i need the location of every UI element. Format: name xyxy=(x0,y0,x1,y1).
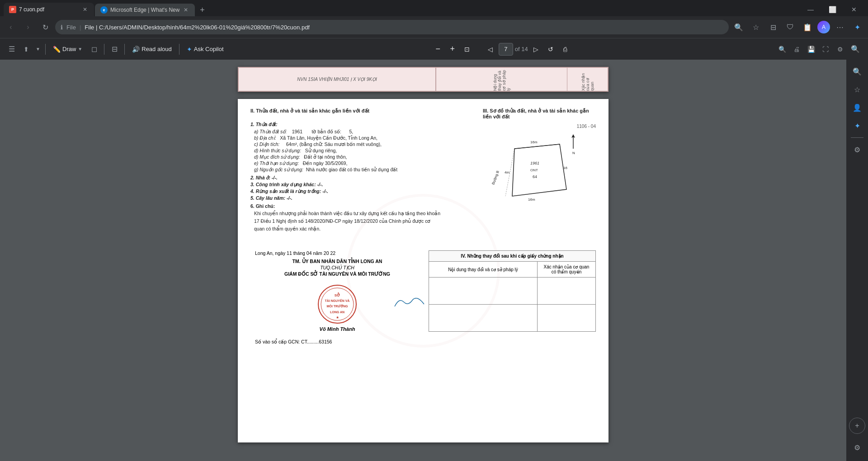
browser-essentials-icon[interactable]: 🛡 xyxy=(783,20,797,34)
ask-copilot-label: Ask Copilot xyxy=(194,46,224,52)
toolbar-draw-btn[interactable]: ✏️ Draw ▼ xyxy=(49,42,86,56)
settings-btn[interactable]: ⚙ xyxy=(834,43,846,56)
page-number-input[interactable] xyxy=(499,43,513,56)
tab-pdf-close[interactable]: ✕ xyxy=(81,6,89,13)
search-toolbar-icon[interactable]: 🔍 xyxy=(731,20,746,34)
window-minimize[interactable]: — xyxy=(800,3,821,16)
right-sidebar: 🔍 ☆ 👤 ✦ ⚙ + ⚙ xyxy=(846,60,868,461)
svg-text:TÀI NGUYÊN VÀ: TÀI NGUYÊN VÀ xyxy=(325,299,350,302)
changes-col2: Xác nhận của cơ quancó thẩm quyền xyxy=(538,262,596,278)
svg-text:16m: 16m xyxy=(530,140,538,144)
new-tab-button[interactable]: + xyxy=(196,4,208,16)
rotate-back-btn[interactable]: ↺ xyxy=(544,43,557,56)
draw-icon: ✏️ xyxy=(53,46,61,53)
house-label: 2. Nhà ở: -/-. xyxy=(250,175,478,180)
file-label: File xyxy=(66,24,76,31)
sidebar-settings-icon[interactable]: ⚙ xyxy=(849,141,865,158)
svg-line-4 xyxy=(514,144,560,149)
address-bar[interactable]: ℹ File | File | C:/Users/ADMIN/Desktop/h… xyxy=(55,20,729,34)
svg-text:64: 64 xyxy=(533,174,537,179)
svg-text:LONG AN: LONG AN xyxy=(330,310,344,314)
edge-favicon: e xyxy=(100,6,108,14)
sidebar-search-icon[interactable]: 🔍 xyxy=(849,63,865,80)
land-subsection-title: 1. Thửa đất: xyxy=(250,122,478,127)
address-separator: | xyxy=(80,24,81,31)
sidebar-copilot-icon[interactable]: ✦ xyxy=(849,118,865,134)
note-text: Khi chuyển nhượng phải hoàn thành việc đ… xyxy=(250,210,478,232)
find-icon[interactable]: 🔍 xyxy=(776,43,788,56)
changes-row1-col1 xyxy=(429,278,538,305)
print-icon[interactable]: ⎙ xyxy=(559,43,571,56)
land-field-5: e) Thời hạn sử dụng: Đến ngày 30/5/2069, xyxy=(250,160,478,166)
pdf-separator-3 xyxy=(124,44,125,55)
zoom-plus-btn[interactable]: + xyxy=(446,43,459,56)
toolbar-dropdown[interactable]: ▼ xyxy=(34,43,42,56)
pdf-scroll-area[interactable]: NVN 1SIA VHIỆN MHJI01 Ị X VỌI 9KỌI Nội d… xyxy=(0,60,846,461)
prev-page-col2: Xác nhận của cơ quan xyxy=(581,68,594,91)
expand-btn[interactable]: ⛶ xyxy=(819,43,832,56)
section-ii-title: II. Thửa đất, nhà ở và tài sản khác gắn … xyxy=(250,108,478,114)
window-close[interactable]: ✕ xyxy=(844,3,864,16)
svg-text:SỞ: SỞ xyxy=(335,292,340,297)
svg-text:MÔI TRƯỜNG: MÔI TRƯỜNG xyxy=(327,304,349,308)
page-prev-partial: NVN 1SIA VHIỆN MHJI01 Ị X VỌI 9KỌI Nội d… xyxy=(238,67,609,92)
stamp-svg: SỞ TÀI NGUYÊN VÀ MÔI TRƯỜNG LONG AN ★ xyxy=(317,284,358,325)
tab-bar: P 7 cuon.pdf ✕ e Microsoft Edge | What's… xyxy=(0,0,868,16)
tab-edge[interactable]: e Microsoft Edge | What's New ✕ xyxy=(95,4,195,16)
land-field-3: d) Hình thức sử dụng: Sử dụng riêng, xyxy=(250,148,478,153)
tab-pdf[interactable]: P 7 cuon.pdf ✕ xyxy=(4,3,94,16)
refresh-button[interactable]: ↻ xyxy=(38,20,52,34)
back-button[interactable]: ‹ xyxy=(4,20,18,34)
pdf-separator-2 xyxy=(104,44,104,55)
page-back-btn[interactable]: ◁ xyxy=(484,43,497,56)
tab-edge-close[interactable]: ✕ xyxy=(182,6,189,14)
prev-page-left-text: NVN 1SIA VHIỆN MHJI01 Ị X VỌI 9KỌI xyxy=(297,77,377,82)
pdf-favicon: P xyxy=(9,6,16,13)
sig-date: Long An, ngày 11 tháng 04 năm 20 22 xyxy=(255,250,420,256)
pdf-page-7: II. Thửa đất, nhà ở và tài sản khác gắn … xyxy=(238,99,609,442)
sidebar-settings2-icon[interactable]: ⚙ xyxy=(849,439,865,456)
land-diagram-section: 1106 - 04 N 1961 xyxy=(483,122,596,232)
main-content: NVN 1SIA VHIỆN MHJI01 Ị X VỌI 9KỌI Nội d… xyxy=(0,60,868,461)
svg-text:ONT: ONT xyxy=(530,168,538,172)
page-content: II. Thửa đất, nhà ở và tài sản khác gắn … xyxy=(238,99,609,353)
svg-text:★: ★ xyxy=(336,315,339,320)
forward-button[interactable]: › xyxy=(21,20,35,34)
favorites-icon[interactable]: ☆ xyxy=(749,20,763,34)
svg-text:16: 16 xyxy=(563,166,567,170)
split-screen-icon[interactable]: ⊟ xyxy=(766,20,780,34)
sig-name: Võ Minh Thành xyxy=(255,326,420,332)
collections-icon[interactable]: 📋 xyxy=(800,20,815,34)
read-aloud-btn[interactable]: 🔊 Read aloud xyxy=(128,42,175,56)
land-field-2: c) Diện tích: 64m², (bằng chữ: Sáu mươi … xyxy=(250,141,478,147)
address-bar-row: ‹ › ↻ ℹ File | File | C:/Users/ADMIN/Des… xyxy=(0,16,868,38)
pdf-separator-1 xyxy=(45,44,46,55)
svg-marker-3 xyxy=(512,144,566,196)
changes-row1-col2 xyxy=(538,278,596,305)
browser-search-btn[interactable]: 🔍 xyxy=(848,42,863,56)
window-maximize[interactable]: ⬜ xyxy=(822,3,843,16)
zoom-minus-btn[interactable]: − xyxy=(432,43,444,56)
read-aloud-label: Read aloud xyxy=(142,46,172,52)
page-forward-btn[interactable]: ▷ xyxy=(530,43,542,56)
edge-copilot-icon[interactable]: ✦ xyxy=(850,20,864,34)
page-total-label: of 14 xyxy=(515,46,528,52)
profile-icon[interactable]: A xyxy=(817,21,830,33)
toolbar-fit-page[interactable]: ⊟ xyxy=(108,43,121,56)
sidebar-bookmark-icon[interactable]: ☆ xyxy=(849,81,865,98)
toolbar-cursor[interactable]: ⬆ xyxy=(20,43,33,56)
toolbar-highlight[interactable]: ☰ xyxy=(5,43,18,56)
ask-copilot-btn[interactable]: ✦ Ask Copilot xyxy=(183,42,227,56)
svg-text:1961: 1961 xyxy=(530,161,539,165)
print-btn2[interactable]: 🖨 xyxy=(790,43,803,56)
pdf-toolbar: ☰ ⬆ ▼ ✏️ Draw ▼ ◻ ⊟ 🔊 Read aloud ✦ Ask C… xyxy=(0,38,868,60)
changes-table: IV. Những thay đổi sau khi cấp giấy chứn… xyxy=(429,250,596,332)
sidebar-user-icon[interactable]: 👤 xyxy=(849,99,865,116)
forest-label: 4. Rừng sản xuất là rừng trồng: -/-. xyxy=(250,188,478,194)
toolbar-eraser[interactable]: ◻ xyxy=(88,43,100,56)
draw-label: Draw xyxy=(62,46,76,52)
sidebar-plus-icon[interactable]: + xyxy=(849,418,865,434)
save-btn[interactable]: 💾 xyxy=(805,43,817,56)
fit-window-btn[interactable]: ⊡ xyxy=(461,43,473,56)
more-tools-icon[interactable]: ⋯ xyxy=(833,20,847,34)
